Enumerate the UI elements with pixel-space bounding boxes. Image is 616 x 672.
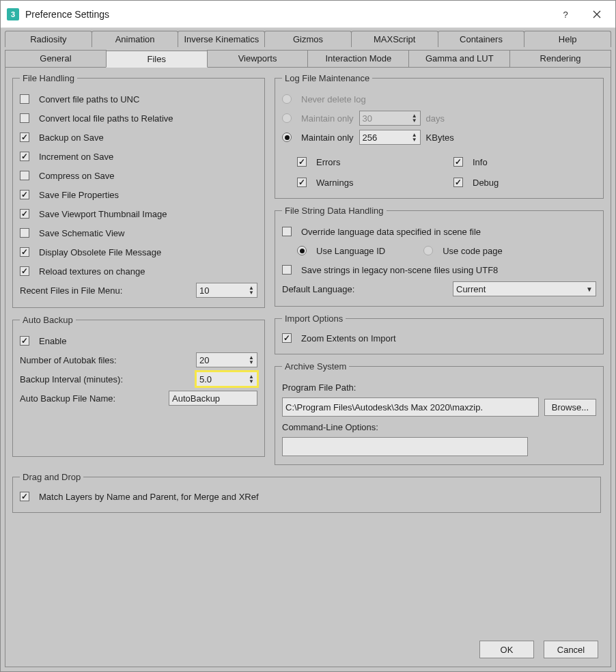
lbl-match-layers: Match Layers by Name and Parent, for Mer…	[39, 492, 259, 502]
lbl-maintain-days: Maintain only	[301, 113, 354, 124]
group-log-maintenance: Log File Maintenance Never delete log Ma…	[275, 73, 604, 199]
group-import-options: Import Options Zoom Extents on Import	[275, 313, 604, 354]
lbl-kb-suffix: KBytes	[426, 132, 454, 143]
browse-button[interactable]: Browse...	[544, 399, 596, 416]
maintain-days-value: 30	[363, 113, 409, 124]
cb-convert-unc[interactable]	[20, 94, 29, 104]
group-file-handling: File Handling Convert file paths to UNC …	[12, 73, 265, 308]
cb-log-info[interactable]	[453, 157, 463, 167]
rb-maintain-kb[interactable]	[282, 132, 292, 142]
ok-button[interactable]: OK	[479, 641, 534, 658]
tab-rendering[interactable]: Rendering	[509, 50, 611, 67]
spinner-arrows-icon: ▲▼	[412, 113, 417, 123]
tab-containers[interactable]: Containers	[438, 31, 525, 47]
spinner-maintain-kb[interactable]: 256 ▲▼	[359, 130, 421, 145]
cb-log-debug[interactable]	[453, 178, 463, 187]
tab-interaction-mode[interactable]: Interaction Mode	[307, 50, 409, 67]
lbl-convert-relative: Convert local file paths to Relative	[39, 113, 173, 124]
lbl-enable: Enable	[39, 336, 66, 346]
legend-file-string: File String Data Handling	[282, 206, 387, 216]
tab-general[interactable]: General	[5, 50, 107, 67]
lbl-num-autobak: Number of Autobak files:	[20, 355, 191, 365]
cb-log-warnings[interactable]	[297, 178, 307, 187]
spinner-backup-interval[interactable]: 5.0 ▲▼	[196, 372, 257, 387]
cb-auto-backup-enable[interactable]	[20, 336, 29, 346]
cb-save-utf8[interactable]	[282, 265, 292, 275]
field-cmd-options[interactable]	[282, 437, 528, 456]
cb-zoom-extents[interactable]	[282, 333, 292, 343]
lbl-debug: Debug	[473, 178, 499, 188]
backup-interval-value: 5.0	[199, 374, 246, 384]
rb-maintain-days[interactable]	[282, 113, 292, 123]
group-file-string-handling: File String Data Handling Override langu…	[275, 206, 604, 307]
lbl-program-path: Program File Path:	[282, 382, 356, 393]
maintain-kb-value: 256	[363, 132, 409, 143]
lbl-info: Info	[473, 157, 488, 167]
field-program-path[interactable]: C:\Program Files\Autodesk\3ds Max 2020\m…	[282, 397, 539, 417]
tab-gamma-lut[interactable]: Gamma and LUT	[408, 50, 510, 67]
tab-files[interactable]: Files	[106, 51, 208, 68]
window-title: Preference Settings	[25, 9, 109, 20]
spinner-maintain-days[interactable]: 30 ▲▼	[359, 111, 421, 126]
rb-use-lang-id[interactable]	[297, 246, 307, 255]
cb-compress-on-save[interactable]	[20, 171, 29, 180]
lbl-save-utf8: Save strings in legacy non-scene files u…	[301, 265, 498, 275]
tab-gizmos[interactable]: Gizmos	[264, 31, 352, 47]
cb-display-obsolete[interactable]	[20, 247, 29, 257]
tabs-row-top: Radiosity Animation Inverse Kinematics G…	[5, 31, 611, 47]
cb-match-layers[interactable]	[20, 492, 29, 501]
rb-use-code-page[interactable]	[423, 246, 433, 255]
select-default-lang[interactable]: Current ▼	[453, 281, 596, 296]
tab-panel: File Handling Convert file paths to UNC …	[5, 67, 611, 667]
chevron-down-icon: ▼	[586, 285, 593, 293]
cb-log-errors[interactable]	[297, 157, 307, 167]
cb-save-file-properties[interactable]	[20, 190, 29, 199]
lbl-warnings: Warnings	[316, 178, 353, 188]
tabs-row-bottom: General Files Viewports Interaction Mode…	[5, 50, 611, 67]
group-auto-backup: Auto Backup Enable Number of Autobak fil…	[12, 315, 265, 457]
tab-help[interactable]: Help	[524, 31, 611, 47]
field-backup-filename[interactable]: AutoBackup	[169, 391, 257, 406]
titlebar: 3 Preference Settings ?	[1, 1, 615, 28]
cb-convert-relative[interactable]	[20, 113, 29, 123]
spinner-arrows-icon: ▲▼	[249, 285, 254, 295]
lbl-convert-unc: Convert file paths to UNC	[39, 94, 139, 104]
spinner-recent-files[interactable]: 10 ▲▼	[196, 283, 257, 298]
dialog-footer: OK Cancel	[479, 641, 598, 658]
spinner-arrows-icon: ▲▼	[249, 355, 254, 365]
tab-viewports[interactable]: Viewports	[207, 50, 309, 67]
tab-radiosity[interactable]: Radiosity	[5, 31, 92, 47]
lbl-errors: Errors	[316, 157, 340, 167]
lbl-save-schematic-view: Save Schematic View	[39, 228, 125, 238]
lbl-recent-files: Recent Files in File Menu:	[20, 285, 191, 296]
help-button[interactable]: ?	[550, 1, 581, 27]
lbl-save-file-properties: Save File Properties	[39, 190, 119, 200]
tab-maxscript[interactable]: MAXScript	[351, 31, 438, 47]
svg-text:?: ?	[563, 10, 568, 18]
cb-save-schematic-view[interactable]	[20, 228, 29, 238]
cb-increment-on-save[interactable]	[20, 152, 29, 161]
cb-override-lang[interactable]	[282, 227, 292, 236]
backup-filename-value: AutoBackup	[172, 393, 220, 404]
cb-save-viewport-thumb[interactable]	[20, 209, 29, 219]
lbl-display-obsolete: Display Obsolete File Message	[39, 247, 161, 257]
legend-file-handling: File Handling	[20, 73, 77, 83]
preference-settings-window: 3 Preference Settings ? Radiosity Animat…	[0, 0, 616, 672]
default-lang-value: Current	[456, 284, 486, 294]
cb-reload-textures[interactable]	[20, 266, 29, 276]
lbl-use-code-page: Use code page	[443, 246, 502, 256]
legend-import-options: Import Options	[282, 313, 346, 324]
cb-backup-on-save[interactable]	[20, 132, 29, 142]
lbl-default-lang: Default Language:	[282, 284, 354, 294]
lbl-zoom-extents: Zoom Extents on Import	[301, 333, 396, 344]
tab-inverse-kinematics[interactable]: Inverse Kinematics	[178, 31, 265, 47]
rb-never-delete[interactable]	[282, 94, 292, 104]
cancel-button[interactable]: Cancel	[544, 641, 598, 658]
spinner-num-autobak[interactable]: 20 ▲▼	[196, 352, 257, 367]
legend-archive: Archive System	[282, 361, 349, 372]
close-button[interactable]	[581, 1, 613, 27]
tab-animation[interactable]: Animation	[92, 31, 179, 47]
app-icon: 3	[6, 8, 20, 21]
lbl-backup-interval: Backup Interval (minutes):	[20, 374, 191, 384]
group-drag-drop: Drag and Drop Match Layers by Name and P…	[12, 472, 601, 513]
